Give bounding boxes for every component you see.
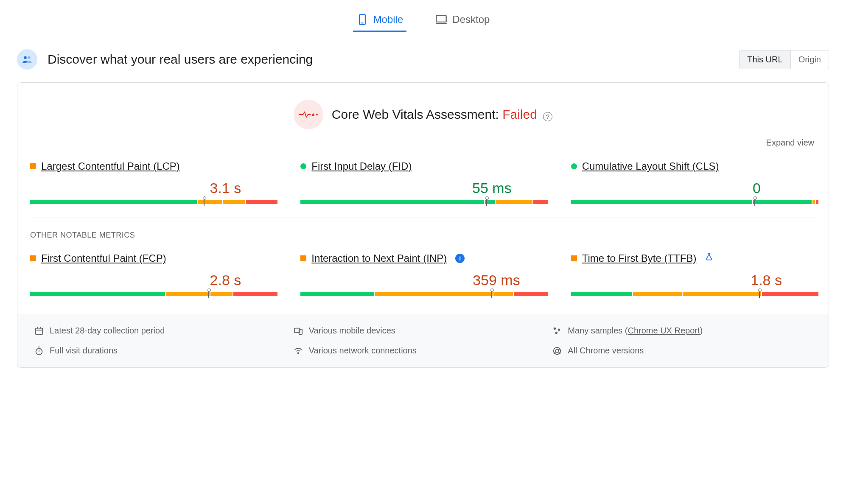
tab-desktop[interactable]: Desktop [432, 8, 493, 32]
info-samples-text: Many samples (Chrome UX Report) [568, 326, 703, 336]
calendar-icon [34, 326, 44, 336]
devices-icon [294, 326, 303, 336]
info-samples: Many samples (Chrome UX Report) [552, 326, 812, 336]
metric-inp: Interaction to Next Paint (INP) i 359 ms [300, 252, 545, 297]
info-devices-text: Various mobile devices [309, 326, 395, 336]
tab-desktop-label: Desktop [452, 14, 490, 25]
svg-point-4 [24, 56, 27, 59]
svg-point-16 [555, 331, 558, 334]
metric-lcp-value: 3.1 s [30, 180, 275, 196]
failed-pulse-icon [294, 100, 323, 129]
svg-point-20 [297, 353, 299, 354]
mobile-icon [356, 14, 368, 25]
svg-marker-6 [311, 113, 315, 116]
assessment-status: Failed [502, 107, 537, 121]
info-network-text: Various network connections [309, 346, 417, 356]
metric-cls-name[interactable]: Cumulative Layout Shift (CLS) [582, 160, 719, 172]
info-period-text: Latest 28-day collection period [50, 326, 165, 336]
info-network: Various network connections [294, 346, 553, 356]
metric-inp-bar [300, 292, 545, 297]
users-icon [17, 49, 37, 70]
tab-mobile-label: Mobile [373, 14, 403, 25]
svg-rect-8 [36, 328, 43, 334]
expand-view-link[interactable]: Expand view [30, 138, 816, 148]
page-title: Discover what your real users are experi… [48, 52, 739, 67]
scope-origin[interactable]: Origin [790, 50, 829, 69]
metric-cls-bar [571, 200, 816, 205]
wifi-icon [294, 346, 303, 356]
vitals-panel: Core Web Vitals Assessment: Failed ? Exp… [17, 82, 829, 368]
metric-fcp-value: 2.8 s [30, 272, 275, 288]
metric-lcp-bar [30, 200, 275, 205]
other-metrics-label: OTHER NOTABLE METRICS [30, 231, 816, 240]
svg-point-7 [316, 114, 318, 115]
stopwatch-icon [34, 346, 44, 356]
circle-green-icon [571, 163, 577, 169]
chrome-icon [552, 346, 562, 356]
square-orange-icon [30, 163, 36, 169]
info-devices: Various mobile devices [294, 326, 553, 336]
assessment-text: Core Web Vitals Assessment: Failed ? [332, 107, 552, 122]
scatter-icon [552, 326, 562, 336]
info-durations: Full visit durations [34, 346, 294, 356]
svg-point-14 [554, 327, 556, 330]
metric-cls-value: 0 [571, 180, 816, 196]
info-icon[interactable]: i [455, 254, 465, 263]
metric-lcp: Largest Contentful Paint (LCP) 3.1 s [30, 160, 275, 205]
square-orange-icon [571, 255, 577, 261]
flask-icon[interactable] [705, 253, 713, 264]
scope-this-url[interactable]: This URL [740, 50, 790, 69]
assessment-label: Core Web Vitals Assessment: [332, 107, 502, 121]
metric-fid-value: 55 ms [300, 180, 545, 196]
metric-ttfb-name[interactable]: Time to First Byte (TTFB) [582, 252, 697, 264]
metric-fcp-name[interactable]: First Contentful Paint (FCP) [41, 252, 166, 264]
square-orange-icon [30, 255, 36, 261]
info-period: Latest 28-day collection period [34, 326, 294, 336]
crux-report-link[interactable]: Chrome UX Report [627, 326, 700, 335]
metric-fcp: First Contentful Paint (FCP) 2.8 s [30, 252, 275, 297]
metric-lcp-name[interactable]: Largest Contentful Paint (LCP) [41, 160, 180, 172]
desktop-icon [435, 14, 447, 25]
metric-ttfb: Time to First Byte (TTFB) 1.8 s [571, 252, 816, 297]
help-icon[interactable]: ? [543, 112, 552, 121]
metric-fcp-bar [30, 292, 275, 297]
metric-inp-name[interactable]: Interaction to Next Paint (INP) [311, 252, 447, 264]
metric-cls: Cumulative Layout Shift (CLS) 0 [571, 160, 816, 205]
scope-toggle: This URL Origin [739, 50, 829, 69]
metric-inp-value: 359 ms [300, 272, 545, 288]
svg-point-17 [36, 348, 42, 355]
metric-ttfb-bar [571, 292, 816, 297]
svg-point-22 [556, 349, 559, 352]
metric-fid: First Input Delay (FID) 55 ms [300, 160, 545, 205]
square-orange-icon [300, 255, 306, 261]
svg-point-15 [558, 328, 560, 331]
info-durations-text: Full visit durations [50, 346, 118, 356]
tab-mobile[interactable]: Mobile [353, 8, 407, 32]
metric-fid-name[interactable]: First Input Delay (FID) [311, 160, 412, 172]
metric-ttfb-value: 1.8 s [571, 272, 816, 288]
info-versions-text: All Chrome versions [568, 346, 644, 356]
metric-fid-bar [300, 200, 545, 205]
info-versions: All Chrome versions [552, 346, 812, 356]
svg-point-5 [28, 56, 31, 59]
info-box: Latest 28-day collection period Various … [17, 314, 829, 367]
circle-green-icon [300, 163, 306, 169]
svg-rect-2 [437, 16, 446, 22]
divider [30, 218, 816, 218]
